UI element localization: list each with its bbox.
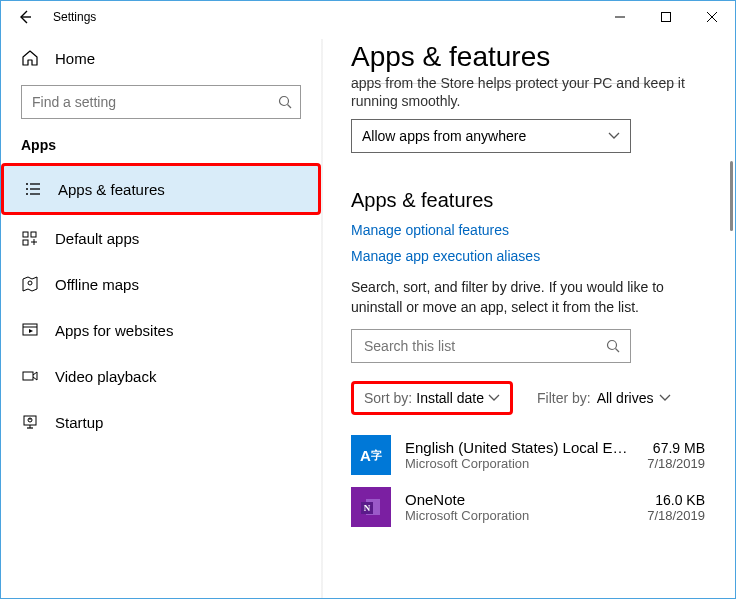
svg-line-29: [616, 349, 620, 353]
app-name: English (United States) Local Exp…: [405, 439, 633, 456]
chevron-down-icon: [659, 394, 671, 402]
sidebar-item-label: Video playback: [55, 368, 156, 385]
window-title: Settings: [53, 10, 96, 24]
titlebar-left: Settings: [9, 5, 96, 29]
app-name: OneNote: [405, 491, 633, 508]
sidebar-section-heading: Apps: [1, 133, 321, 163]
minimize-button[interactable]: [597, 1, 643, 33]
search-icon: [606, 339, 620, 353]
sort-label: Sort by:: [364, 390, 412, 406]
app-search-input[interactable]: [362, 337, 606, 355]
filter-label: Filter by:: [537, 390, 591, 406]
sidebar-search[interactable]: [21, 85, 301, 119]
svg-rect-15: [23, 240, 28, 245]
intro-text-line2: running smoothly.: [351, 93, 705, 109]
sidebar-item-apps-for-websites[interactable]: Apps for websites: [1, 307, 321, 353]
sort-filter-row: Sort by: Install date Filter by: All dri…: [351, 381, 705, 415]
intro-text-truncated: apps from the Store helps protect your P…: [351, 75, 705, 91]
svg-point-28: [608, 341, 617, 350]
defaults-icon: [21, 229, 39, 247]
app-row[interactable]: A字 English (United States) Local Exp… Mi…: [351, 429, 705, 481]
close-button[interactable]: [689, 1, 735, 33]
scrollbar-thumb[interactable]: [730, 161, 733, 231]
startup-icon: [21, 413, 39, 431]
app-list: A字 English (United States) Local Exp… Mi…: [351, 429, 705, 533]
sidebar-item-video-playback[interactable]: Video playback: [1, 353, 321, 399]
app-icon: A字: [351, 435, 391, 475]
sidebar-item-label: Default apps: [55, 230, 139, 247]
page-title: Apps & features: [351, 41, 705, 73]
app-text: English (United States) Local Exp… Micro…: [405, 439, 633, 471]
app-publisher: Microsoft Corporation: [405, 456, 633, 471]
app-text: OneNote Microsoft Corporation: [405, 491, 633, 523]
link-optional-features[interactable]: Manage optional features: [351, 222, 705, 238]
sidebar-item-label: Apps & features: [58, 181, 165, 198]
sidebar-item-label: Apps for websites: [55, 322, 173, 339]
chevron-down-icon: [608, 132, 620, 140]
app-search[interactable]: [351, 329, 631, 363]
svg-rect-22: [23, 372, 33, 380]
maximize-button[interactable]: [643, 1, 689, 33]
map-icon: [21, 275, 39, 293]
sidebar-item-label: Startup: [55, 414, 103, 431]
helper-text: Search, sort, and filter by drive. If yo…: [351, 278, 705, 317]
section-title: Apps & features: [351, 189, 705, 212]
app-icon: N: [351, 487, 391, 527]
sidebar-item-startup[interactable]: Startup: [1, 399, 321, 445]
app-meta: 16.0 KB 7/18/2019: [647, 492, 705, 523]
svg-point-18: [28, 281, 32, 285]
websites-icon: [21, 321, 39, 339]
sidebar-search-input[interactable]: [30, 93, 278, 111]
sort-by-dropdown[interactable]: Sort by: Install date: [351, 381, 513, 415]
video-icon: [21, 367, 39, 385]
filter-value: All drives: [597, 390, 654, 406]
search-icon: [278, 95, 292, 109]
app-meta: 67.9 MB 7/18/2019: [647, 440, 705, 471]
titlebar: Settings: [1, 1, 735, 33]
svg-rect-14: [31, 232, 36, 237]
app-size: 16.0 KB: [647, 492, 705, 508]
svg-rect-2: [662, 13, 671, 22]
sidebar-item-offline-maps[interactable]: Offline maps: [1, 261, 321, 307]
svg-rect-13: [23, 232, 28, 237]
sidebar-item-label: Offline maps: [55, 276, 139, 293]
link-execution-aliases[interactable]: Manage app execution aliases: [351, 248, 705, 264]
svg-line-6: [288, 105, 292, 109]
svg-text:N: N: [364, 503, 371, 513]
app-source-value: Allow apps from anywhere: [362, 128, 526, 144]
filter-by-dropdown[interactable]: Filter by: All drives: [537, 390, 671, 406]
app-row[interactable]: N OneNote Microsoft Corporation 16.0 KB …: [351, 481, 705, 533]
svg-point-5: [280, 97, 289, 106]
window-controls: [597, 1, 735, 33]
app-publisher: Microsoft Corporation: [405, 508, 633, 523]
home-label: Home: [55, 50, 95, 67]
home-icon: [21, 49, 39, 67]
list-icon: [24, 180, 42, 198]
svg-marker-21: [29, 329, 33, 333]
main-panel: Apps & features apps from the Store help…: [321, 33, 735, 598]
app-date: 7/18/2019: [647, 456, 705, 471]
sidebar-item-default-apps[interactable]: Default apps: [1, 215, 321, 261]
app-source-dropdown[interactable]: Allow apps from anywhere: [351, 119, 631, 153]
sidebar-item-apps-features[interactable]: Apps & features: [1, 163, 321, 215]
sort-value: Install date: [416, 390, 484, 406]
app-size: 67.9 MB: [647, 440, 705, 456]
chevron-down-icon: [488, 394, 500, 402]
svg-rect-23: [24, 416, 36, 425]
app-date: 7/18/2019: [647, 508, 705, 523]
sidebar: Home Apps Apps & features Default ap: [1, 33, 321, 598]
window-body: Home Apps Apps & features Default ap: [1, 33, 735, 598]
home-nav[interactable]: Home: [1, 39, 321, 77]
settings-window: Settings Home: [0, 0, 736, 599]
back-button[interactable]: [9, 5, 41, 29]
